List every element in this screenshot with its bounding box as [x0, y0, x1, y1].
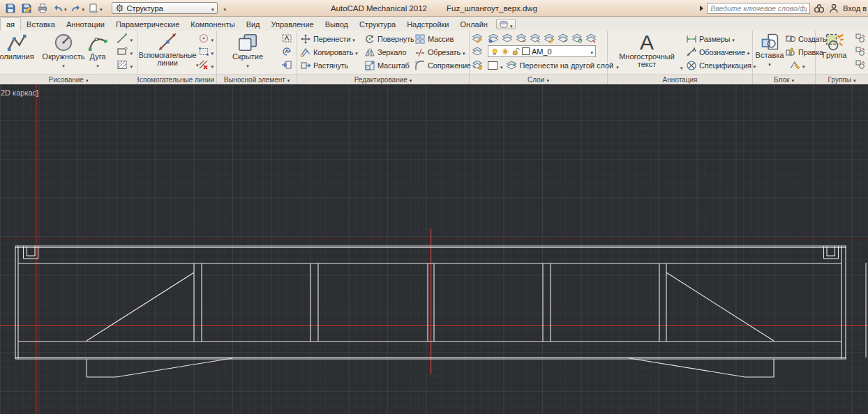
scale-button[interactable]: Масштаб [364, 60, 410, 71]
chevron-down-icon[interactable] [211, 59, 214, 71]
panel-caption-draw[interactable]: Рисование [0, 74, 137, 84]
unlock-icon[interactable] [511, 47, 520, 56]
layer-off-icon[interactable] [530, 33, 541, 44]
title-bar: Структура AutoCAD Mechanical 2012 Fuz_шп… [0, 0, 868, 17]
chevron-down-icon[interactable] [680, 60, 683, 72]
cad-drawing[interactable] [0, 84, 868, 414]
sun-icon[interactable] [501, 47, 509, 56]
group-toggle-button[interactable] [855, 59, 866, 70]
ribbon-display-toggle[interactable] [496, 19, 516, 29]
tab-Управление[interactable]: Управление [266, 18, 320, 31]
detail-update-button[interactable] [281, 45, 292, 57]
fillet-button[interactable]: Сопряжение [414, 60, 475, 71]
layer-lock-icon[interactable] [558, 33, 569, 44]
layer-freeze-icon[interactable] [544, 33, 555, 44]
rotate-button[interactable]: Повернуть [364, 33, 414, 45]
layer-isolate-button[interactable] [472, 59, 483, 70]
tab-Параметрические[interactable]: Параметрические [110, 18, 185, 31]
user-icon[interactable] [828, 3, 839, 14]
move-to-layer-label[interactable]: Перенести на другой слой [520, 61, 614, 70]
tab-Надстройки[interactable]: Надстройки [401, 18, 454, 31]
tab-Онлайн[interactable]: Онлайн [455, 18, 493, 31]
chevron-down-icon[interactable] [130, 45, 133, 58]
chevron-down-icon[interactable] [64, 4, 67, 13]
copy-button[interactable]: Копировать [300, 47, 358, 58]
hatch-button[interactable] [117, 59, 133, 70]
mtext-button[interactable]: A Многострочный текст [613, 32, 680, 68]
construction-rect-button[interactable] [198, 45, 214, 57]
rectangle-button[interactable] [117, 45, 133, 57]
print-button[interactable] [36, 2, 49, 15]
layer-match-icon[interactable] [502, 33, 513, 44]
drawing-area[interactable]: 2D каркас] [0, 84, 868, 414]
panel-caption-annotation[interactable]: Аннотация [608, 74, 752, 84]
line-button[interactable] [117, 32, 133, 44]
save-button[interactable] [4, 2, 17, 15]
panel-caption-construction[interactable]: Вспомогательные линии [137, 74, 216, 84]
tab-Структура[interactable]: Структура [354, 18, 401, 31]
tab-Вывод[interactable]: Вывод [320, 18, 354, 31]
trim-button[interactable]: Обрезать [414, 47, 465, 58]
detail-export-button[interactable] [281, 59, 292, 70]
chevron-down-icon[interactable] [590, 47, 593, 56]
panel-caption-groups[interactable]: Группы [816, 74, 868, 84]
chevron-down-icon[interactable] [82, 4, 85, 13]
construction-erase-button[interactable] [198, 59, 214, 70]
ungroup-button[interactable] [855, 32, 866, 44]
hide-button[interactable]: Скрытие [227, 32, 269, 69]
viewport-control-label[interactable]: 2D каркас] [1, 89, 38, 97]
layer-delete-icon[interactable] [585, 33, 597, 44]
chevron-down-icon[interactable] [211, 32, 214, 45]
dimension-button[interactable]: Размеры [686, 33, 735, 45]
arc-button[interactable]: Дуга [85, 32, 110, 69]
search-input[interactable] [707, 3, 810, 14]
sign-in-label[interactable]: Вход в [843, 4, 867, 13]
chevron-down-icon[interactable] [130, 32, 133, 45]
layer-properties-button[interactable] [472, 32, 483, 44]
panel-caption-layers[interactable]: Слои [470, 74, 607, 84]
chevron-down-icon[interactable] [211, 45, 214, 58]
chevron-down-icon[interactable] [130, 59, 133, 71]
tab-ая[interactable]: ая [0, 17, 21, 31]
layer-color-swatch[interactable] [522, 47, 530, 55]
tab-Вид[interactable]: Вид [241, 18, 266, 31]
redo-button[interactable] [70, 3, 85, 14]
search-binoculars-icon[interactable] [814, 3, 825, 14]
bom-button[interactable]: Спецификация [686, 60, 756, 71]
mirror-button[interactable]: Зеркало [364, 47, 406, 58]
move-button[interactable]: Перенести [300, 33, 355, 45]
group-button[interactable]: Группа [817, 32, 852, 59]
circle-button[interactable]: Окружность [40, 32, 87, 69]
undo-button[interactable] [52, 3, 67, 14]
chevron-down-icon[interactable] [500, 59, 503, 72]
layer-walk-icon[interactable] [571, 33, 583, 44]
symbol-button[interactable]: Обозначение [686, 47, 749, 58]
construction-circle-button[interactable] [198, 32, 214, 44]
workspace-switcher[interactable]: Структура [112, 2, 218, 14]
sheet-set-button[interactable] [88, 3, 103, 14]
attribute-button[interactable] [789, 60, 805, 71]
detail-view-button[interactable] [281, 32, 292, 44]
polyline-button[interactable]: олилиния [0, 32, 39, 61]
insert-block-button[interactable]: Вставка [753, 32, 786, 68]
layer-states-button[interactable] [472, 45, 483, 57]
construction-lines-button[interactable]: Вспомогательные линии [139, 32, 196, 67]
chevron-down-icon[interactable] [100, 4, 103, 13]
save-as-button[interactable] [20, 2, 33, 15]
layer-prev-icon[interactable] [516, 33, 527, 44]
tab-Аннотации[interactable]: Аннотации [61, 18, 110, 31]
layer-combo[interactable]: AM_0 [488, 45, 596, 57]
tab-Компоненты[interactable]: Компоненты [185, 18, 240, 31]
bulb-icon[interactable] [491, 47, 499, 56]
object-color-swatch[interactable] [488, 61, 497, 70]
array-button[interactable]: Массив [414, 33, 454, 45]
panel-caption-modify[interactable]: Редактирование [297, 74, 469, 84]
qat-overflow-button[interactable] [224, 4, 227, 13]
infocenter-collapse-icon[interactable] [700, 6, 703, 11]
panel-caption-detail[interactable]: Выносной элемент [217, 74, 297, 84]
tab-Вставка[interactable]: Вставка [21, 18, 61, 31]
panel-caption-block[interactable]: Блок [753, 74, 815, 84]
stretch-button[interactable]: Растянуть [300, 60, 348, 71]
layer-make-current-icon[interactable] [488, 33, 499, 44]
group-edit-button[interactable] [855, 45, 866, 57]
